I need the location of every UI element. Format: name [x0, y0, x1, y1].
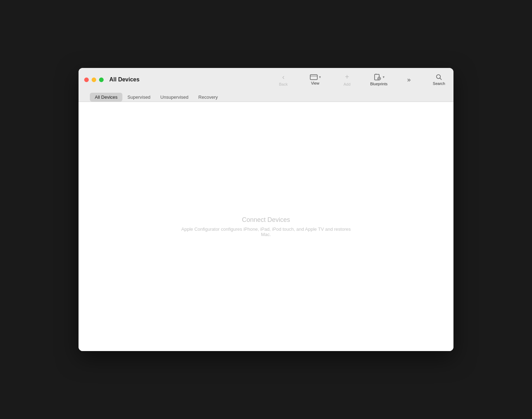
traffic-lights: [84, 78, 104, 82]
tab-supervised[interactable]: Supervised: [122, 93, 155, 102]
minimize-button[interactable]: [92, 78, 96, 82]
search-button[interactable]: Search: [430, 74, 448, 86]
tab-unsupervised[interactable]: Unsupervised: [155, 93, 193, 102]
content-area: Connect Devices Apple Configurator confi…: [79, 102, 453, 351]
window-title: All Devices: [109, 76, 274, 83]
maximize-button[interactable]: [99, 78, 104, 82]
blueprints-icon: ▾: [374, 74, 384, 81]
view-button[interactable]: ▾ View: [306, 74, 324, 85]
add-icon: +: [345, 73, 349, 81]
back-icon: ‹: [282, 73, 285, 81]
search-icon: [436, 74, 442, 80]
back-button[interactable]: ‹ Back: [274, 73, 292, 86]
tab-recovery[interactable]: Recovery: [193, 93, 223, 102]
empty-state-description: Apple Configurator configures iPhone, iP…: [178, 226, 354, 237]
empty-state: Connect Devices Apple Configurator confi…: [178, 216, 354, 237]
add-button[interactable]: + Add: [338, 73, 356, 86]
blueprints-button[interactable]: ▾ Blueprints: [370, 74, 388, 86]
tab-bar: All Devices Supervised Unsupervised Reco…: [84, 93, 448, 102]
empty-state-title: Connect Devices: [242, 216, 290, 224]
overflow-button[interactable]: »: [402, 76, 416, 84]
view-label: View: [311, 81, 319, 85]
app-window: All Devices ‹ Back ▾: [79, 68, 453, 351]
svg-rect-0: [310, 75, 317, 80]
back-label: Back: [279, 82, 288, 86]
tab-all-devices[interactable]: All Devices: [90, 93, 122, 102]
overflow-icon: »: [407, 76, 411, 84]
titlebar-top: All Devices ‹ Back ▾: [84, 73, 448, 86]
titlebar: All Devices ‹ Back ▾: [79, 68, 453, 102]
close-button[interactable]: [84, 78, 89, 82]
add-label: Add: [343, 82, 351, 86]
blueprints-label: Blueprints: [370, 82, 388, 86]
search-label: Search: [433, 81, 445, 86]
toolbar: ‹ Back ▾ View +: [274, 73, 448, 86]
view-icon: ▾: [310, 74, 321, 80]
svg-line-8: [440, 78, 442, 80]
